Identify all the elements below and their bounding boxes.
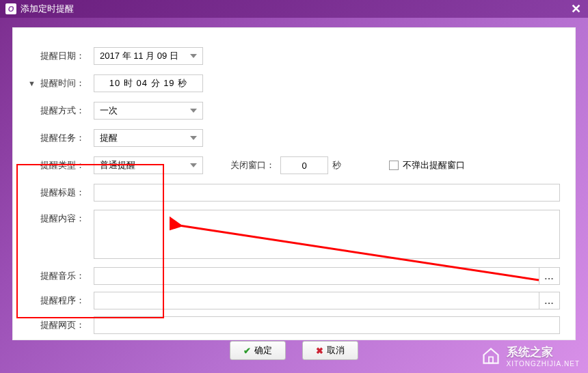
type-select[interactable]: 普通提醒 (94, 156, 203, 174)
music-browse-button[interactable]: ... (539, 267, 560, 285)
label-content: 提醒内容： (40, 210, 94, 225)
label-mode: 提醒方式： (40, 105, 94, 117)
check-icon: ✔ (243, 346, 251, 356)
no-popup-checkbox[interactable]: 不弹出提醒窗口 (389, 159, 465, 171)
watermark-logo-icon (481, 346, 501, 366)
label-date: 提醒日期： (40, 50, 94, 62)
ok-label: 确定 (254, 344, 272, 357)
label-task: 提醒任务： (40, 132, 94, 144)
type-value: 普通提醒 (100, 159, 135, 171)
watermark-url: XITONGZHIJIA.NET (507, 360, 580, 368)
cross-icon: ✖ (316, 346, 323, 356)
content-textarea[interactable] (94, 210, 560, 259)
label-title: 提醒标题： (40, 184, 94, 199)
content-panel: 提醒日期： 2017 年 11 月 09 日 ▼ 提醒时间： 10 时 04 分… (12, 27, 576, 340)
label-music: 提醒音乐： (40, 270, 94, 282)
time-input[interactable]: 10 时 04 分 19 秒 (94, 74, 203, 92)
collapse-toggle-icon[interactable]: ▼ (28, 79, 40, 87)
program-browse-button[interactable]: ... (539, 292, 560, 309)
task-value: 提醒 (100, 132, 118, 144)
webpage-input[interactable] (94, 316, 560, 334)
label-type: 提醒类型： (40, 159, 94, 171)
watermark-text: 系统之家 (507, 346, 553, 359)
checkbox-icon (389, 161, 399, 170)
window-title: 添加定时提醒 (21, 3, 74, 15)
title-input[interactable] (94, 184, 560, 202)
label-time: 提醒时间： (40, 77, 94, 89)
titlebar: O 添加定时提醒 ✕ (0, 0, 588, 18)
label-program: 提醒程序： (40, 294, 94, 307)
mode-value: 一次 (100, 105, 118, 117)
label-close-window: 关闭窗口： (230, 159, 275, 171)
date-select[interactable]: 2017 年 11 月 09 日 (94, 47, 203, 65)
ok-button[interactable]: ✔ 确定 (230, 341, 286, 360)
label-webpage: 提醒网页： (40, 319, 94, 331)
label-seconds: 秒 (332, 159, 341, 171)
dialog-window: O 添加定时提醒 ✕ 提醒日期： 2017 年 11 月 09 日 ▼ 提醒时间… (0, 0, 588, 373)
music-input[interactable] (94, 267, 539, 285)
cancel-button[interactable]: ✖ 取消 (302, 341, 358, 360)
date-value: 2017 年 11 月 09 日 (100, 50, 178, 62)
program-input[interactable] (94, 292, 539, 309)
close-icon[interactable]: ✕ (569, 1, 583, 16)
app-icon: O (5, 3, 16, 14)
close-seconds-input[interactable] (280, 156, 328, 174)
watermark: 系统之家 XITONGZHIJIA.NET (481, 344, 580, 368)
cancel-label: 取消 (327, 344, 345, 357)
task-select[interactable]: 提醒 (94, 129, 203, 147)
form: 提醒日期： 2017 年 11 月 09 日 ▼ 提醒时间： 10 时 04 分… (13, 28, 575, 367)
no-popup-label: 不弹出提醒窗口 (403, 159, 465, 171)
mode-select[interactable]: 一次 (94, 102, 203, 120)
time-value: 10 时 04 分 19 秒 (109, 77, 187, 89)
svg-rect-1 (489, 357, 493, 363)
